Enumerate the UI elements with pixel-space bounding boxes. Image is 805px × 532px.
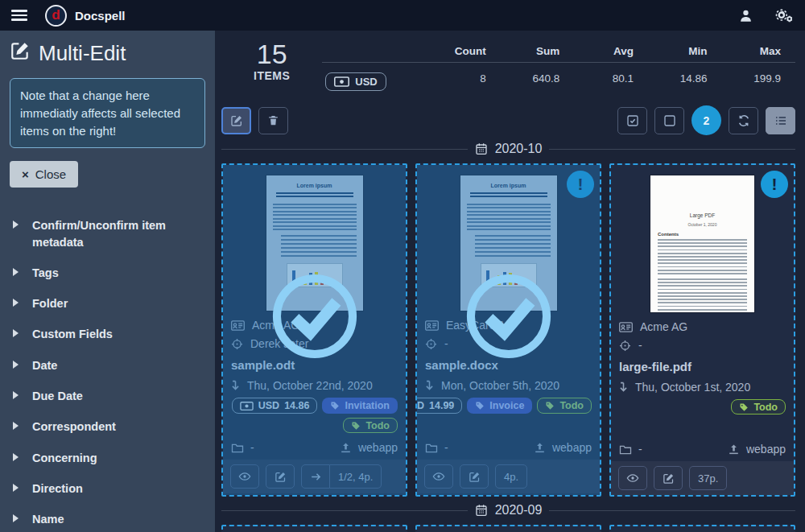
card-footer: 1/2, 4p. xyxy=(223,460,406,493)
document-preview: Lorem ipsum xyxy=(460,175,557,311)
caret-right-icon xyxy=(13,268,19,276)
stat-max: 199.9 xyxy=(721,63,795,96)
menu-icon[interactable] xyxy=(11,10,27,21)
source-value: webapp xyxy=(358,441,398,454)
concerning-icon xyxy=(231,338,243,350)
edit-item-button[interactable] xyxy=(654,466,683,490)
next-attachment-button[interactable] xyxy=(301,464,330,489)
document-preview: Large PDF October 1, 2020 Contents xyxy=(650,175,754,312)
accordion-item-correspondent[interactable]: Correspondent xyxy=(0,411,215,442)
settings-gears-icon[interactable] xyxy=(774,8,794,23)
eye-icon xyxy=(238,470,251,483)
item-card-sample-odt[interactable]: Lorem ipsum Acme AG Derek Jeter sample.o… xyxy=(221,163,407,497)
pages-badge: 4p. xyxy=(495,464,527,489)
select-all-button[interactable] xyxy=(617,107,647,134)
reload-button[interactable] xyxy=(729,107,758,134)
caret-right-icon xyxy=(13,329,19,337)
tag-badge[interactable]: Todo xyxy=(731,399,786,414)
stat-avg: 80.1 xyxy=(574,63,648,96)
close-button[interactable]: × Close xyxy=(10,161,78,188)
view-item-button[interactable] xyxy=(230,464,259,489)
source-value: webapp xyxy=(552,441,592,454)
accordion-item-concerning[interactable]: Concerning xyxy=(0,443,215,473)
accordion-item-direction[interactable]: Direction xyxy=(0,473,215,504)
accordion-item-confirm[interactable]: Confirm/Unconfirm item metadata xyxy=(0,210,215,258)
trash-icon xyxy=(267,114,279,126)
list-icon xyxy=(774,114,787,127)
upload-icon xyxy=(340,442,352,454)
upload-icon xyxy=(534,442,546,454)
concerning-name[interactable]: - xyxy=(444,337,448,350)
edit-item-button[interactable] xyxy=(266,464,295,489)
close-icon: × xyxy=(22,167,29,181)
correspondent-icon xyxy=(619,322,633,332)
accordion-item-custom-fields[interactable]: Custom Fields xyxy=(0,319,215,349)
concerning-name[interactable]: - xyxy=(638,339,642,352)
accordion-item-date[interactable]: Date xyxy=(0,350,215,381)
user-icon[interactable] xyxy=(738,8,753,23)
folder-value: - xyxy=(638,443,642,456)
item-date: Thu, October 1st, 2020 xyxy=(635,381,750,394)
accordion-item-name[interactable]: Name xyxy=(0,504,215,532)
correspondent-name[interactable]: Acme AG xyxy=(640,320,687,333)
view-item-button[interactable] xyxy=(424,464,453,489)
item-name[interactable]: large-file.pdf xyxy=(619,360,786,373)
edit-item-button[interactable] xyxy=(460,464,489,489)
folder-icon xyxy=(619,444,632,455)
list-view-button[interactable] xyxy=(766,107,795,134)
pages-badge: 37p. xyxy=(689,466,727,490)
selected-count-badge: 2 xyxy=(691,105,721,135)
stats-summary: 15 ITEMS Count Sum Avg Min Max USD xyxy=(221,34,795,97)
date-arrow-icon xyxy=(425,380,434,391)
item-name[interactable]: sample.odt xyxy=(231,358,398,372)
docspell-logo[interactable]: d xyxy=(45,5,67,27)
month-label: 2020-09 xyxy=(495,503,543,518)
items-label: ITEMS xyxy=(254,69,290,82)
date-arrow-icon xyxy=(231,380,240,391)
source-value: webapp xyxy=(746,443,786,456)
card-footer: 37p. xyxy=(611,461,794,495)
item-card[interactable]: Lorem ipsum xyxy=(609,525,795,532)
accordion-item-folder[interactable]: Folder xyxy=(0,288,215,319)
caret-right-icon xyxy=(13,391,19,399)
concerning-icon xyxy=(619,340,631,352)
tag-icon xyxy=(475,401,485,410)
item-card-sample-docx[interactable]: ! Lorem ipsum EasyCare AG - sample.docx xyxy=(415,163,601,497)
accordion-item-tags[interactable]: Tags xyxy=(0,258,215,288)
tag-badge[interactable]: Todo xyxy=(537,398,592,414)
item-card-large-file-pdf[interactable]: ! Large PDF October 1, 2020 Contents Acm… xyxy=(609,163,795,497)
concerning-name[interactable]: Derek Jeter xyxy=(250,337,308,350)
stat-min: 14.86 xyxy=(648,63,722,96)
edit-selected-button[interactable] xyxy=(221,107,251,134)
month-label: 2020-10 xyxy=(495,142,543,156)
calendar-icon xyxy=(475,504,488,517)
item-card[interactable]: Lorem ipsum xyxy=(415,525,601,532)
item-card[interactable]: Keywords in PDF xyxy=(221,525,407,532)
caret-right-icon xyxy=(13,484,19,492)
caret-right-icon xyxy=(13,453,19,461)
caret-right-icon xyxy=(13,361,19,369)
view-item-button[interactable] xyxy=(618,466,647,490)
delete-selected-button[interactable] xyxy=(258,107,288,134)
accordion-item-due-date[interactable]: Due Date xyxy=(0,381,215,411)
eye-icon xyxy=(626,472,639,485)
edit-icon xyxy=(275,471,287,483)
calendar-icon xyxy=(475,142,488,155)
tag-icon xyxy=(330,401,340,410)
preview-chart xyxy=(287,263,343,287)
correspondent-name[interactable]: Acme AG xyxy=(252,319,299,332)
tag-badge[interactable]: Invitation xyxy=(322,398,398,414)
item-name[interactable]: sample.docx xyxy=(425,358,592,372)
upload-icon xyxy=(728,443,740,456)
tag-badge[interactable]: Invoice xyxy=(467,398,532,414)
selected-check-icon xyxy=(270,271,360,365)
deselect-all-button[interactable] xyxy=(654,107,684,134)
item-cards-row: Keywords in PDF Lorem ipsum Lorem ipsum xyxy=(221,525,795,532)
correspondent-name[interactable]: EasyCare AG xyxy=(446,319,514,332)
stat-count: 8 xyxy=(427,63,501,96)
preview-chart xyxy=(481,263,537,287)
check-square-icon xyxy=(626,114,639,127)
items-total: 15 xyxy=(254,40,290,69)
tag-badge[interactable]: Todo xyxy=(343,418,398,433)
edit-icon xyxy=(663,472,675,485)
